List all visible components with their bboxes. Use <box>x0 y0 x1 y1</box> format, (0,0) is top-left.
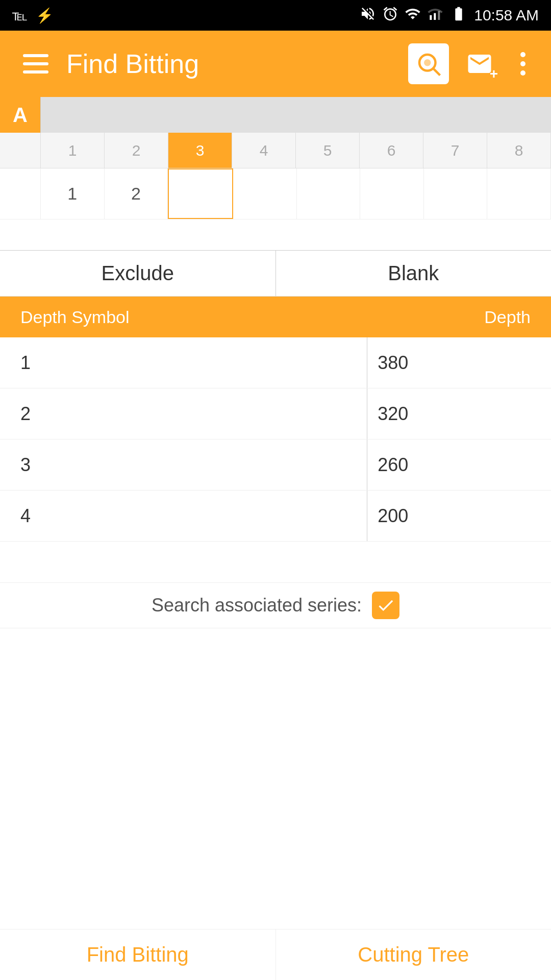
depth-table-header: Depth Symbol Depth <box>0 297 551 337</box>
col-header-2[interactable]: 2 <box>105 133 168 168</box>
depth-symbol-2[interactable]: 2 <box>0 388 367 439</box>
more-options-button[interactable] <box>510 43 536 84</box>
depth-symbol-1[interactable]: 1 <box>0 337 367 388</box>
cell-a4[interactable] <box>233 168 297 219</box>
col-header-3[interactable]: 3 <box>168 133 232 168</box>
depth-value-3: 260 <box>367 439 551 490</box>
depth-value-1: 380 <box>367 337 551 388</box>
depth-value-4: 200 <box>367 491 551 541</box>
depth-row-3: 3 260 <box>0 439 551 491</box>
cell-a7[interactable] <box>424 168 488 219</box>
row-number-1 <box>0 168 41 219</box>
col-header-empty <box>0 133 41 168</box>
status-bar-right: 10:58 AM <box>360 6 539 26</box>
col-header-5[interactable]: 5 <box>296 133 360 168</box>
status-bar-left: ℡ ⚡ <box>12 7 54 24</box>
usb-icon: ℡ <box>12 7 28 24</box>
depth-header: Depth <box>361 297 551 337</box>
col-header-7[interactable]: 7 <box>423 133 487 168</box>
exclude-label: Exclude <box>0 251 276 296</box>
row-header: A <box>0 97 551 133</box>
cell-a3[interactable] <box>168 168 233 219</box>
depth-value-2: 320 <box>367 388 551 439</box>
search-associated-label: Search associated series: <box>152 595 362 616</box>
spreadsheet-row-1: 1 2 <box>0 168 551 219</box>
depth-symbol-3[interactable]: 3 <box>0 439 367 490</box>
svg-line-4 <box>434 69 440 75</box>
menu-button[interactable] <box>15 43 56 84</box>
cell-a1[interactable]: 1 <box>41 168 105 219</box>
battery-icon <box>449 6 468 26</box>
row-label-a: A <box>0 97 41 133</box>
svg-rect-1 <box>434 13 436 19</box>
depth-symbol-header: Depth Symbol <box>0 297 361 337</box>
bottom-spacer <box>0 542 551 582</box>
col-header-4[interactable]: 4 <box>232 133 296 168</box>
nav-cutting-tree[interactable]: Cutting Tree <box>276 929 552 980</box>
bottom-navigation: Find Bitting Cutting Tree <box>0 929 551 980</box>
formula-input[interactable] <box>41 97 551 133</box>
mute-icon <box>360 6 376 26</box>
search-button[interactable] <box>408 43 449 84</box>
svg-rect-0 <box>430 15 432 19</box>
column-headers: 1 2 3 4 5 6 7 8 <box>0 133 551 168</box>
depth-row-4: 4 200 <box>0 491 551 542</box>
spreadsheet-area: A 1 2 3 4 5 6 7 8 1 2 <box>0 97 551 219</box>
depth-symbol-4[interactable]: 4 <box>0 491 367 541</box>
blank-label: Blank <box>276 251 552 296</box>
cell-a2[interactable]: 2 <box>105 168 168 219</box>
flash-icon: ⚡ <box>36 7 54 24</box>
search-associated-checkbox[interactable] <box>372 592 399 619</box>
depth-row-1: 1 380 <box>0 337 551 388</box>
svg-rect-2 <box>438 11 440 19</box>
status-bar: ℡ ⚡ <box>0 0 551 31</box>
mail-plus-icon: + <box>490 66 498 82</box>
cell-a8[interactable] <box>487 168 551 219</box>
toolbar: Find Bitting + <box>0 31 551 97</box>
time-display: 10:58 AM <box>474 7 539 24</box>
nav-find-bitting[interactable]: Find Bitting <box>0 929 276 980</box>
page-title: Find Bitting <box>66 48 398 79</box>
col-header-8[interactable]: 8 <box>487 133 551 168</box>
alarm-icon <box>382 6 398 26</box>
exclude-blank-header: Exclude Blank <box>0 251 551 297</box>
cell-a6[interactable] <box>360 168 424 219</box>
wifi-icon <box>405 6 421 26</box>
cell-a5[interactable] <box>297 168 361 219</box>
mail-button[interactable]: + <box>459 43 500 84</box>
col-header-1[interactable]: 1 <box>41 133 105 168</box>
signal-icon <box>427 6 443 26</box>
col-header-6[interactable]: 6 <box>360 133 423 168</box>
search-associated-row: Search associated series: <box>0 582 551 628</box>
svg-point-5 <box>424 59 431 66</box>
depth-row-2: 2 320 <box>0 388 551 439</box>
